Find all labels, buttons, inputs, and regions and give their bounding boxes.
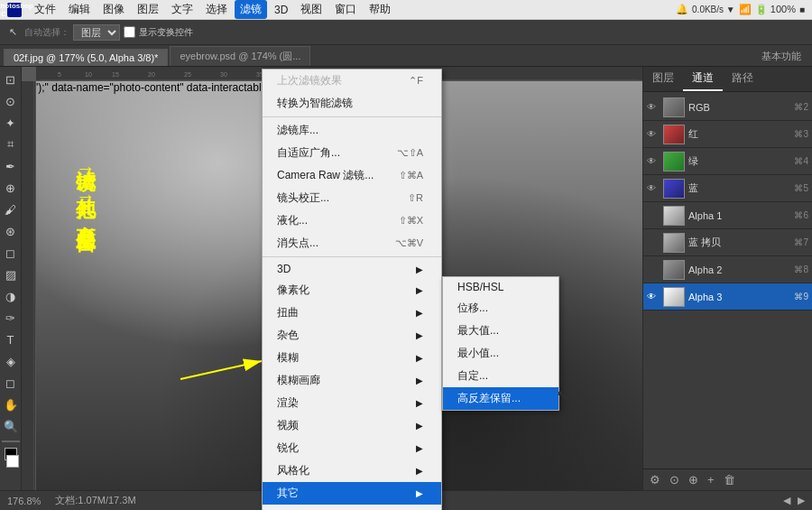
menu-window[interactable]: 窗口 [329,0,362,19]
dodge-tool[interactable]: ◑ [2,287,20,305]
filter-item-other[interactable]: 其它 ▶ [263,482,441,505]
filter-item-sharpen[interactable]: 锐化 ▶ [263,437,441,459]
filter-divider-2 [263,256,441,257]
tools-panel: ⊡ ⊙ ✦ ⌗ ✒ ⊕ 🖌 ⊛ ◻ ▨ ◑ ✑ T ◈ ◻ ✋ 🔍 [0,67,22,490]
svg-text:20: 20 [148,71,155,78]
svg-line-10 [180,361,262,379]
filter-item-last[interactable]: 上次滤镜效果 ⌃F [263,70,441,92]
menu-text[interactable]: 文字 [166,0,198,19]
svg-text:25: 25 [184,71,191,78]
right-panel: 图层 通道 路径 👁 RGB ⌘2 👁 红 ⌘3 👁 绿 [642,67,812,490]
channel-eye-green[interactable]: 👁 [647,156,660,166]
filter-item-3d[interactable]: 3D ▶ [263,259,441,279]
layers-bottom-toolbar: ⚙ ⊙ ⊕ + 🗑 [643,468,812,490]
filter-item-adaptive[interactable]: 自适应广角... ⌥⇧A [263,142,441,164]
lasso-tool[interactable]: ⊙ [2,92,20,110]
filter-item-blur[interactable]: 模糊 ▶ [263,347,441,369]
menu-select[interactable]: 选择 [200,0,233,19]
channel-blue-copy[interactable]: 蓝 拷贝 ⌘7 [643,229,812,256]
eraser-tool[interactable]: ◻ [2,244,20,262]
annotation-text: 滤镜→其他→高反差保留 [72,153,98,218]
channel-name-blue: 蓝 [688,181,790,195]
channel-alpha1[interactable]: Alpha 1 ⌘6 [643,202,812,229]
menu-layer[interactable]: 图层 [132,0,164,19]
menu-bar: Photoshop CC 文件 编辑 图像 图层 文字 选择 滤镜 3D 视图 … [0,0,812,20]
channel-name-alpha3: Alpha 3 [688,292,790,302]
filter-item-render[interactable]: 渲染 ▶ [263,392,441,414]
channel-eye-alpha3[interactable]: 👁 [647,292,660,301]
channel-blue[interactable]: 👁 蓝 ⌘5 [643,175,812,202]
filter-item-vanish[interactable]: 消失点... ⌥⌘V [263,232,441,255]
channel-eye-blue[interactable]: 👁 [647,183,660,193]
channel-shortcut-rgb: ⌘2 [794,102,808,112]
filter-item-video[interactable]: 视频 ▶ [263,414,441,437]
channel-eye-rgb[interactable]: 👁 [647,102,660,112]
filter-dropdown-menu[interactable]: 上次滤镜效果 ⌃F 转换为智能滤镜 滤镜库... 自适应广角... ⌥⇧A Ca… [262,69,442,510]
panel-tab-paths[interactable]: 路径 [723,67,762,91]
tab-eyebrow[interactable]: eyebrow.psd @ 174% (圆... [170,46,310,66]
filter-item-lens[interactable]: 镜头校正... ⇧R [263,187,441,209]
channel-options-btn[interactable]: ⚙ [647,471,663,488]
marquee-tool[interactable]: ⊡ [2,70,20,88]
notification-icon[interactable]: 🔔 [676,4,688,15]
menu-3d[interactable]: 3D [269,2,293,18]
channel-thumb-green [663,152,685,172]
heal-tool[interactable]: ⊕ [2,179,20,197]
shape-tool[interactable]: ◻ [2,374,20,392]
channel-save-btn[interactable]: ⊕ [686,471,701,488]
menu-image[interactable]: 图像 [97,0,130,19]
menu-edit[interactable]: 编辑 [63,0,96,19]
brush-tool[interactable]: 🖌 [2,200,20,218]
filter-item-cameraraw[interactable]: Camera Raw 滤镜... ⇧⌘A [263,164,441,187]
channel-alpha3[interactable]: 👁 Alpha 3 ⌘9 [643,283,812,311]
filter-item-distort[interactable]: 扭曲 ▶ [263,301,441,324]
auto-select-dropdown[interactable]: 图层 [73,24,120,41]
panel-tabs: 图层 通道 路径 [643,67,812,92]
path-select-tool[interactable]: ◈ [2,352,20,370]
filter-item-stylize[interactable]: 风格化 ▶ [263,459,441,482]
filter-item-lens-shortcut: ⇧R [408,192,423,204]
channel-rgb[interactable]: 👁 RGB ⌘2 [643,94,812,121]
panel-tab-channels[interactable]: 通道 [683,67,723,91]
channel-alpha2[interactable]: Alpha 2 ⌘8 [643,256,812,283]
channel-name-red: 红 [688,127,790,141]
channel-shortcut-blue: ⌘5 [794,183,808,193]
menu-file[interactable]: 文件 [29,0,61,19]
show-transform-checkbox[interactable] [124,26,135,38]
pen-tool[interactable]: ✑ [2,309,20,327]
menu-help[interactable]: 帮助 [364,0,396,19]
filter-item-convert[interactable]: 转换为智能滤镜 [263,92,441,115]
menu-filter[interactable]: 滤镜 [235,0,267,19]
gradient-tool[interactable]: ▨ [2,265,20,283]
filter-item-cameraraw-shortcut: ⇧⌘A [399,170,423,181]
filter-item-blurgallery[interactable]: 模糊画廊 ▶ [263,369,441,392]
panel-tab-layers[interactable]: 图层 [643,67,683,91]
filter-item-gallery[interactable]: 滤镜库... [263,119,441,142]
channel-load-btn[interactable]: ⊙ [667,471,682,488]
clone-tool[interactable]: ⊛ [2,222,20,240]
auto-select-label: 自动选择： [24,26,69,39]
channel-delete-btn[interactable]: 🗑 [721,471,738,488]
filter-item-liquify[interactable]: 液化... ⇧⌘X [263,209,441,232]
channel-shortcut-alpha1: ⌘6 [794,210,808,220]
background-color[interactable] [6,455,19,468]
crop-tool[interactable]: ⌗ [2,135,20,153]
filter-item-noise[interactable]: 杂色 ▶ [263,324,441,347]
channel-eye-red[interactable]: 👁 [647,129,660,139]
magic-wand-tool[interactable]: ✦ [2,114,20,132]
channel-thumb-alpha1 [663,206,685,226]
move-tool-btn[interactable]: ↖ [5,24,21,40]
channel-red[interactable]: 👁 红 ⌘3 [643,121,812,148]
filter-item-imagenomic[interactable]: Imagenomic ▶ [263,505,441,510]
channel-new-btn[interactable]: + [705,471,717,488]
workspace-label[interactable]: 基本功能 [754,47,808,66]
menu-view[interactable]: 视图 [295,0,328,19]
toolbar: ↖ 自动选择： 图层 显示变换控件 [0,20,812,45]
tab-02f[interactable]: 02f.jpg @ 177% (5.0, Alpha 3/8)* [4,49,168,66]
eyedropper-tool[interactable]: ✒ [2,157,20,175]
channel-green[interactable]: 👁 绿 ⌘4 [643,148,812,175]
hand-tool[interactable]: ✋ [2,395,20,413]
text-tool[interactable]: T [2,330,20,348]
zoom-tool[interactable]: 🔍 [2,417,20,435]
filter-item-pixelate[interactable]: 像素化 ▶ [263,279,441,301]
